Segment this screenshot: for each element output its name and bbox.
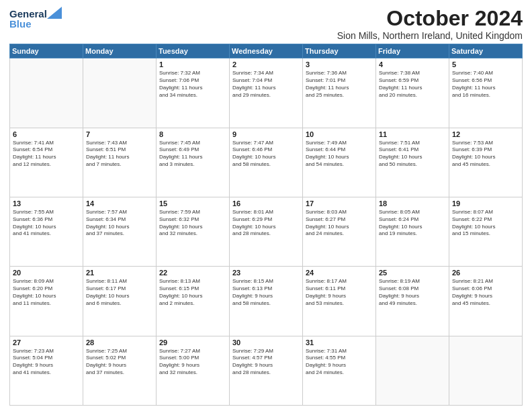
calendar-header-row: SundayMondayTuesdayWednesdayThursdayFrid… — [10, 44, 523, 58]
calendar-cell: 20Sunrise: 8:09 AM Sunset: 6:20 PM Dayli… — [10, 267, 83, 336]
calendar-cell: 13Sunrise: 7:55 AM Sunset: 6:36 PM Dayli… — [10, 197, 83, 266]
day-number: 15 — [159, 199, 226, 208]
day-number: 28 — [86, 338, 153, 347]
calendar-cell: 15Sunrise: 7:59 AM Sunset: 6:32 PM Dayli… — [157, 197, 230, 266]
weekday-header-tuesday: Tuesday — [157, 44, 230, 58]
day-info: Sunrise: 8:21 AM Sunset: 6:06 PM Dayligh… — [452, 278, 519, 307]
day-number: 23 — [232, 269, 300, 277]
day-info: Sunrise: 7:25 AM Sunset: 5:02 PM Dayligh… — [86, 348, 153, 377]
calendar-cell: 30Sunrise: 7:29 AM Sunset: 4:57 PM Dayli… — [230, 336, 303, 405]
day-info: Sunrise: 7:51 AM Sunset: 6:41 PM Dayligh… — [379, 140, 446, 169]
calendar-week-5: 27Sunrise: 7:23 AM Sunset: 5:04 PM Dayli… — [10, 336, 523, 405]
day-number: 30 — [232, 338, 300, 347]
weekday-header-saturday: Saturday — [449, 44, 523, 58]
calendar-cell: 9Sunrise: 7:47 AM Sunset: 6:46 PM Daylig… — [230, 128, 303, 197]
svg-marker-0 — [47, 7, 62, 19]
day-info: Sunrise: 7:57 AM Sunset: 6:34 PM Dayligh… — [86, 209, 153, 238]
weekday-header-sunday: Sunday — [10, 44, 83, 58]
day-info: Sunrise: 7:49 AM Sunset: 6:44 PM Dayligh… — [306, 140, 373, 169]
day-number: 16 — [232, 199, 300, 208]
calendar-cell: 25Sunrise: 8:19 AM Sunset: 6:08 PM Dayli… — [376, 267, 449, 336]
calendar-cell: 31Sunrise: 7:31 AM Sunset: 4:55 PM Dayli… — [303, 336, 376, 405]
logo-triangle-icon — [47, 7, 62, 19]
day-number: 10 — [306, 130, 373, 138]
day-number: 25 — [379, 269, 446, 277]
day-info: Sunrise: 8:13 AM Sunset: 6:15 PM Dayligh… — [159, 278, 226, 307]
calendar-cell: 6Sunrise: 7:41 AM Sunset: 6:54 PM Daylig… — [10, 128, 83, 197]
calendar-week-4: 20Sunrise: 8:09 AM Sunset: 6:20 PM Dayli… — [10, 267, 523, 336]
day-info: Sunrise: 7:31 AM Sunset: 4:55 PM Dayligh… — [306, 348, 373, 377]
header: General Blue October 2024 Sion Mills, No… — [9, 7, 523, 41]
day-number: 3 — [306, 60, 373, 68]
day-info: Sunrise: 7:27 AM Sunset: 5:00 PM Dayligh… — [159, 348, 226, 377]
calendar-cell: 21Sunrise: 8:11 AM Sunset: 6:17 PM Dayli… — [83, 267, 157, 336]
calendar-cell: 23Sunrise: 8:15 AM Sunset: 6:13 PM Dayli… — [230, 267, 303, 336]
day-info: Sunrise: 8:17 AM Sunset: 6:11 PM Dayligh… — [306, 278, 373, 307]
calendar-cell: 8Sunrise: 7:45 AM Sunset: 6:49 PM Daylig… — [157, 128, 230, 197]
day-number: 5 — [452, 60, 519, 68]
weekday-header-wednesday: Wednesday — [230, 44, 303, 58]
day-number: 7 — [86, 130, 153, 138]
day-info: Sunrise: 8:19 AM Sunset: 6:08 PM Dayligh… — [379, 278, 446, 307]
day-number: 12 — [452, 130, 519, 138]
day-number: 8 — [159, 130, 226, 138]
weekday-header-friday: Friday — [376, 44, 449, 58]
calendar-cell — [10, 58, 83, 128]
day-info: Sunrise: 8:03 AM Sunset: 6:27 PM Dayligh… — [306, 209, 373, 238]
calendar-cell: 2Sunrise: 7:34 AM Sunset: 7:04 PM Daylig… — [230, 58, 303, 128]
location: Sion Mills, Northern Ireland, United Kin… — [337, 30, 523, 41]
calendar-cell: 1Sunrise: 7:32 AM Sunset: 7:06 PM Daylig… — [157, 58, 230, 128]
day-info: Sunrise: 7:29 AM Sunset: 4:57 PM Dayligh… — [232, 348, 300, 377]
calendar-table: SundayMondayTuesdayWednesdayThursdayFrid… — [9, 44, 523, 406]
day-number: 27 — [13, 338, 80, 347]
calendar-cell: 29Sunrise: 7:27 AM Sunset: 5:00 PM Dayli… — [157, 336, 230, 405]
weekday-header-thursday: Thursday — [303, 44, 376, 58]
day-info: Sunrise: 8:15 AM Sunset: 6:13 PM Dayligh… — [232, 278, 300, 307]
calendar-cell: 19Sunrise: 8:07 AM Sunset: 6:22 PM Dayli… — [449, 197, 523, 266]
calendar-cell: 22Sunrise: 8:13 AM Sunset: 6:15 PM Dayli… — [157, 267, 230, 336]
calendar-week-1: 1Sunrise: 7:32 AM Sunset: 7:06 PM Daylig… — [10, 58, 523, 128]
calendar-cell: 5Sunrise: 7:40 AM Sunset: 6:56 PM Daylig… — [449, 58, 523, 128]
calendar-cell: 16Sunrise: 8:01 AM Sunset: 6:29 PM Dayli… — [230, 197, 303, 266]
day-info: Sunrise: 8:05 AM Sunset: 6:24 PM Dayligh… — [379, 209, 446, 238]
calendar-cell — [376, 336, 449, 405]
day-number: 24 — [306, 269, 373, 277]
weekday-header-monday: Monday — [83, 44, 157, 58]
day-info: Sunrise: 7:38 AM Sunset: 6:59 PM Dayligh… — [379, 70, 446, 99]
day-number: 22 — [159, 269, 226, 277]
day-number: 14 — [86, 199, 153, 208]
calendar-week-2: 6Sunrise: 7:41 AM Sunset: 6:54 PM Daylig… — [10, 128, 523, 197]
calendar-week-3: 13Sunrise: 7:55 AM Sunset: 6:36 PM Dayli… — [10, 197, 523, 266]
day-number: 2 — [232, 60, 300, 68]
calendar-cell: 26Sunrise: 8:21 AM Sunset: 6:06 PM Dayli… — [449, 267, 523, 336]
day-number: 29 — [159, 338, 226, 347]
calendar-cell: 14Sunrise: 7:57 AM Sunset: 6:34 PM Dayli… — [83, 197, 157, 266]
day-info: Sunrise: 7:59 AM Sunset: 6:32 PM Dayligh… — [159, 209, 226, 238]
logo: General Blue — [9, 7, 62, 30]
calendar-cell — [83, 58, 157, 128]
day-info: Sunrise: 7:34 AM Sunset: 7:04 PM Dayligh… — [232, 70, 300, 99]
calendar-cell: 3Sunrise: 7:36 AM Sunset: 7:01 PM Daylig… — [303, 58, 376, 128]
day-info: Sunrise: 7:55 AM Sunset: 6:36 PM Dayligh… — [13, 209, 80, 238]
day-info: Sunrise: 8:07 AM Sunset: 6:22 PM Dayligh… — [452, 209, 519, 238]
day-number: 18 — [379, 199, 446, 208]
day-number: 13 — [13, 199, 80, 208]
day-info: Sunrise: 7:36 AM Sunset: 7:01 PM Dayligh… — [306, 70, 373, 99]
calendar-cell: 17Sunrise: 8:03 AM Sunset: 6:27 PM Dayli… — [303, 197, 376, 266]
day-info: Sunrise: 7:32 AM Sunset: 7:06 PM Dayligh… — [159, 70, 226, 99]
day-info: Sunrise: 7:45 AM Sunset: 6:49 PM Dayligh… — [159, 140, 226, 169]
logo-blue-text: Blue — [9, 18, 32, 30]
calendar-cell: 12Sunrise: 7:53 AM Sunset: 6:39 PM Dayli… — [449, 128, 523, 197]
day-number: 11 — [379, 130, 446, 138]
calendar-cell: 18Sunrise: 8:05 AM Sunset: 6:24 PM Dayli… — [376, 197, 449, 266]
day-info: Sunrise: 7:40 AM Sunset: 6:56 PM Dayligh… — [452, 70, 519, 99]
page: General Blue October 2024 Sion Mills, No… — [0, 0, 532, 411]
day-number: 4 — [379, 60, 446, 68]
day-number: 1 — [159, 60, 226, 68]
calendar-cell: 28Sunrise: 7:25 AM Sunset: 5:02 PM Dayli… — [83, 336, 157, 405]
day-info: Sunrise: 7:41 AM Sunset: 6:54 PM Dayligh… — [13, 140, 80, 169]
day-info: Sunrise: 8:01 AM Sunset: 6:29 PM Dayligh… — [232, 209, 300, 238]
day-number: 9 — [232, 130, 300, 138]
month-title: October 2024 — [337, 7, 523, 30]
calendar-cell: 11Sunrise: 7:51 AM Sunset: 6:41 PM Dayli… — [376, 128, 449, 197]
